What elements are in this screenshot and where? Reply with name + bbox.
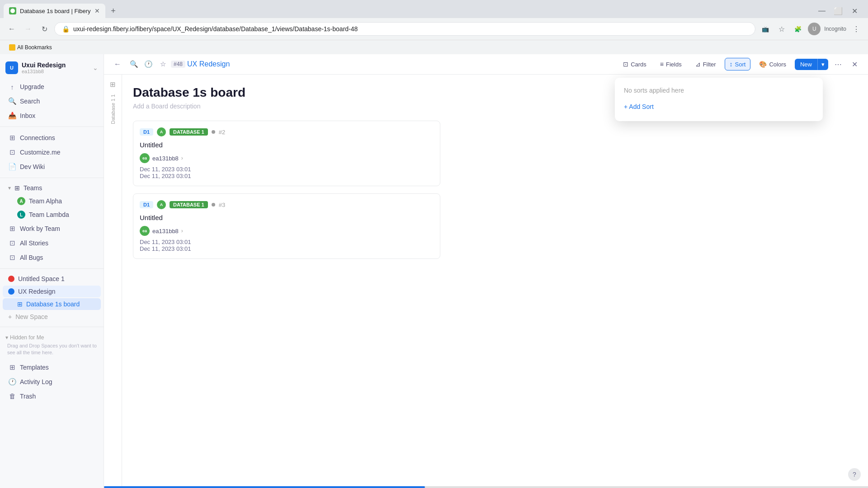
menu-button[interactable]: ⋮ (850, 23, 863, 35)
customize-label: Customize.me (20, 149, 60, 156)
sidebar-divider-3 (0, 268, 104, 269)
sidebar-item-connections[interactable]: ⊞ Connections (3, 131, 101, 145)
colors-label: Colors (769, 61, 786, 68)
reload-button[interactable]: ↻ (38, 23, 51, 35)
all-bugs-label: All Bugs (20, 254, 43, 261)
browser-chrome: Database 1s board | Fibery ✕ + — ⬜ ✕ ← →… (0, 0, 868, 54)
sidebar-item-database-1s-board[interactable]: ⊞ Database 1s board (3, 298, 101, 310)
new-tab-button[interactable]: + (107, 5, 120, 17)
bookmarks-bar: All Bookmarks (0, 40, 868, 54)
filter-icon: ⊿ (695, 61, 701, 68)
new-button[interactable]: New ▾ (795, 59, 828, 70)
card-2-status-dot (212, 203, 215, 206)
bookmark-item[interactable]: All Bookmarks (5, 43, 56, 52)
sidebar-item-all-stories[interactable]: ⊡ All Stories (3, 236, 101, 250)
sidebar-item-untitled-space1[interactable]: Untitled Space 1 (3, 273, 101, 285)
active-tab[interactable]: Database 1s board | Fibery ✕ (4, 4, 105, 18)
team-alpha-label: Team Alpha (29, 197, 62, 205)
workspace-header[interactable]: U Uxui Redesign ea131bb8 ⌄ (0, 58, 104, 78)
sidebar-item-inbox[interactable]: 📥 Inbox (3, 109, 101, 122)
cast-button[interactable]: 📺 (759, 23, 772, 35)
hidden-title[interactable]: ▾ Hidden for Me (5, 334, 98, 341)
minimize-button[interactable]: — (816, 5, 828, 17)
sidebar-item-all-bugs[interactable]: ⊡ All Bugs (3, 251, 101, 264)
card-1-expand-icon[interactable]: › (181, 155, 183, 161)
sidebar: U Uxui Redesign ea131bb8 ⌄ ↑ Upgrade 🔍 S… (0, 54, 104, 488)
sidebar-divider-4 (0, 327, 104, 327)
card-2-team-icon: A (157, 200, 166, 209)
search-toolbar-button[interactable]: 🔍 (127, 58, 140, 70)
connections-icon: ⊞ (8, 134, 16, 142)
trash-label: Trash (20, 393, 36, 400)
card-2-expand-icon[interactable]: › (181, 228, 183, 234)
toolbar-actions: 🔍 🕐 ☆ #48 UX Redesign (127, 58, 369, 70)
team-alpha-icon: A (17, 197, 25, 205)
sidebar-item-templates[interactable]: ⊞ Templates (3, 361, 101, 374)
recent-button[interactable]: 🕐 (142, 58, 155, 70)
close-view-button[interactable]: ✕ (848, 58, 861, 70)
teams-label: Teams (24, 184, 42, 192)
sidebar-divider (0, 127, 104, 127)
activity-log-label: Activity Log (20, 378, 52, 385)
cards-button[interactable]: ⊡ Cards (618, 58, 651, 70)
sidebar-item-upgrade[interactable]: ↑ Upgrade (3, 80, 101, 94)
sort-empty-text: No sorts applied here (624, 87, 814, 94)
sidebar-item-new-space[interactable]: + New Space (3, 311, 101, 323)
sidebar-item-work-by-team[interactable]: ⊞ Work by Team (3, 222, 101, 235)
scrollbar-fill (104, 486, 425, 488)
fields-button[interactable]: ≡ Fields (655, 58, 687, 70)
sidebar-nav: ↑ Upgrade 🔍 Search 📥 Inbox ⊞ Connections… (0, 78, 104, 405)
close-tab-button[interactable]: ✕ (94, 7, 100, 14)
incognito-label: Incognito (824, 26, 846, 32)
star-button[interactable]: ☆ (156, 58, 169, 70)
sort-icon: ↕ (730, 61, 733, 68)
sidebar-item-search[interactable]: 🔍 Search (3, 94, 101, 108)
new-space-icon: + (8, 313, 12, 320)
sidebar-item-customize[interactable]: ⊡ Customize.me (3, 145, 101, 159)
help-button[interactable]: ? (848, 468, 861, 481)
sidebar-item-trash[interactable]: 🗑 Trash (3, 389, 101, 403)
filter-button[interactable]: ⊿ Filter (690, 58, 721, 70)
board-area: Database 1s board Add a Board descriptio… (122, 75, 868, 486)
back-navigation-button[interactable]: ← (111, 58, 124, 70)
side-panel-icon[interactable]: ⊞ (107, 78, 119, 91)
profile-button[interactable]: U (808, 23, 821, 35)
card-1-number: #2 (219, 129, 225, 136)
address-bar[interactable]: 🔒 uxui-redesign.fibery.io/fibery/space/U… (54, 22, 755, 36)
more-options-button[interactable]: ⋯ (832, 58, 844, 70)
colors-button[interactable]: 🎨 Colors (754, 58, 791, 70)
database-1s-board-label: Database 1s board (26, 300, 80, 308)
close-window-button[interactable]: ✕ (848, 5, 861, 17)
team-lambda-icon: L (17, 211, 25, 219)
card-2-date1: Dec 11, 2023 03:01 (140, 239, 434, 245)
devwiki-label: Dev Wiki (20, 163, 45, 170)
card-2-user-name: ea131bb8 (152, 228, 179, 235)
sidebar-item-activity-log[interactable]: 🕐 Activity Log (3, 375, 101, 389)
side-panel-label: Database 1 1 (110, 94, 116, 124)
all-stories-icon: ⊡ (8, 239, 16, 247)
user-email: ea131bb8 (22, 69, 89, 74)
card-2-title: Untitled (140, 214, 434, 221)
horizontal-scrollbar[interactable] (104, 486, 868, 488)
sidebar-item-team-alpha[interactable]: A Team Alpha (3, 195, 101, 207)
add-sort-button[interactable]: + Add Sort (624, 101, 814, 112)
restore-button[interactable]: ⬜ (832, 5, 844, 17)
card-2-user-avatar: ea (140, 226, 150, 236)
card-1-status-dot (212, 130, 215, 134)
forward-button[interactable]: → (22, 23, 34, 35)
trash-icon: 🗑 (8, 392, 16, 400)
sidebar-item-devwiki[interactable]: 📄 Dev Wiki (3, 160, 101, 174)
upgrade-icon: ↑ (8, 83, 16, 91)
teams-header[interactable]: ▾ ⊞ Teams (3, 182, 101, 194)
extension-button[interactable]: 🧩 (792, 23, 804, 35)
breadcrumb-link[interactable]: UX Redesign (187, 60, 230, 68)
connections-label: Connections (20, 134, 55, 141)
new-button-arrow[interactable]: ▾ (817, 59, 828, 70)
card-2-date2: Dec 11, 2023 03:01 (140, 245, 434, 252)
tab-title: Database 1s board | Fibery (20, 8, 91, 14)
sidebar-item-ux-redesign[interactable]: UX Redesign (3, 286, 101, 297)
sort-button[interactable]: ↕ Sort (725, 58, 751, 70)
bookmark-button[interactable]: ☆ (775, 23, 788, 35)
back-button[interactable]: ← (5, 23, 18, 35)
sidebar-item-team-lambda[interactable]: L Team Lambda (3, 208, 101, 221)
